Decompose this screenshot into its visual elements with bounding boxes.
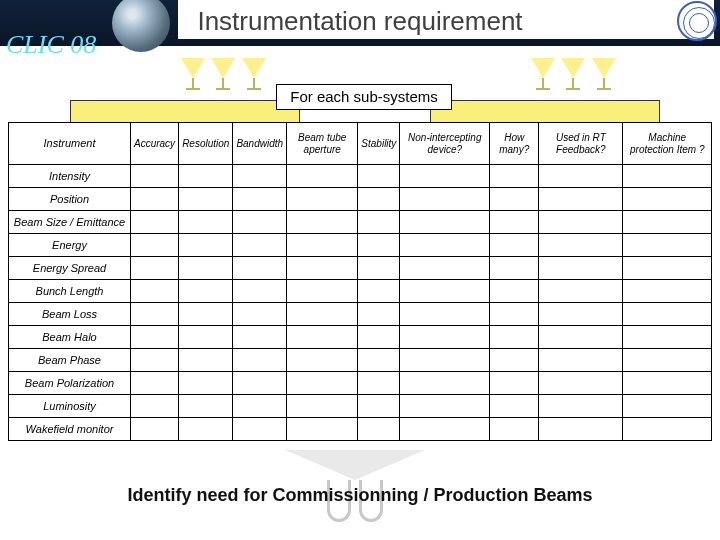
row-label: Intensity xyxy=(9,165,131,188)
table-cell xyxy=(490,188,539,211)
table-cell xyxy=(233,349,287,372)
table-cell xyxy=(358,395,400,418)
table-cell xyxy=(233,234,287,257)
table-cell xyxy=(539,395,623,418)
column-header: Stability xyxy=(358,123,400,165)
column-header: Non-intercepting device? xyxy=(400,123,490,165)
table-cell xyxy=(131,211,179,234)
table-cell xyxy=(623,395,712,418)
table-cell xyxy=(287,372,358,395)
table-cell xyxy=(400,211,490,234)
table-cell xyxy=(287,395,358,418)
row-label: Luminosity xyxy=(9,395,131,418)
table-cell xyxy=(623,280,712,303)
table-cell xyxy=(287,257,358,280)
table-cell xyxy=(623,211,712,234)
table-cell xyxy=(623,165,712,188)
requirements-table: Instrument Accuracy Resolution Bandwidth… xyxy=(8,122,712,441)
table-cell xyxy=(490,165,539,188)
table-cell xyxy=(490,234,539,257)
table-cell xyxy=(490,280,539,303)
sub-header-box: For each sub-systems xyxy=(276,84,452,110)
table-cell xyxy=(623,372,712,395)
table-cell xyxy=(539,211,623,234)
table-cell xyxy=(287,326,358,349)
table-row: Beam Polarization xyxy=(9,372,712,395)
table-cell xyxy=(233,418,287,441)
table-cell xyxy=(358,303,400,326)
table-cell xyxy=(179,257,233,280)
table-cell xyxy=(400,418,490,441)
table-cell xyxy=(233,211,287,234)
table-cell xyxy=(179,418,233,441)
table-cell xyxy=(179,372,233,395)
table-cell xyxy=(490,326,539,349)
table-cell xyxy=(131,280,179,303)
table-cell xyxy=(358,165,400,188)
table-cell xyxy=(490,257,539,280)
table-cell xyxy=(623,303,712,326)
table-cell xyxy=(179,211,233,234)
table-cell xyxy=(539,188,623,211)
table-cell xyxy=(400,395,490,418)
table-cell xyxy=(358,349,400,372)
table-cell xyxy=(131,326,179,349)
table-cell xyxy=(400,372,490,395)
table-cell xyxy=(400,349,490,372)
table-cell xyxy=(131,418,179,441)
table-cell xyxy=(233,372,287,395)
table-row: Beam Loss xyxy=(9,303,712,326)
table-cell xyxy=(233,303,287,326)
table-cell xyxy=(287,303,358,326)
table-cell xyxy=(539,418,623,441)
table-cell xyxy=(287,188,358,211)
table-cell xyxy=(400,188,490,211)
column-header: Beam tube aperture xyxy=(287,123,358,165)
column-header: Instrument xyxy=(9,123,131,165)
row-label: Wakefield monitor xyxy=(9,418,131,441)
table-cell xyxy=(131,395,179,418)
table-cell xyxy=(179,188,233,211)
column-header: Accuracy xyxy=(131,123,179,165)
table-cell xyxy=(400,165,490,188)
table-cell xyxy=(490,349,539,372)
table-cell xyxy=(490,395,539,418)
table-row: Beam Phase xyxy=(9,349,712,372)
table-cell xyxy=(490,211,539,234)
table-cell xyxy=(131,303,179,326)
table-cell xyxy=(623,418,712,441)
column-header: Machine protection Item ? xyxy=(623,123,712,165)
page-title: Instrumentation requirement xyxy=(0,6,720,37)
cocktail-glasses-icon xyxy=(180,58,267,94)
table-cell xyxy=(623,234,712,257)
column-header: How many? xyxy=(490,123,539,165)
table-cell xyxy=(287,165,358,188)
table-cell xyxy=(539,303,623,326)
table-cell xyxy=(400,326,490,349)
row-label: Energy xyxy=(9,234,131,257)
table-cell xyxy=(358,257,400,280)
table-cell xyxy=(287,349,358,372)
table-cell xyxy=(233,395,287,418)
table-cell xyxy=(131,257,179,280)
table-cell xyxy=(490,372,539,395)
table-cell xyxy=(233,165,287,188)
table-cell xyxy=(233,257,287,280)
table-cell xyxy=(623,349,712,372)
table-cell xyxy=(623,326,712,349)
table-cell xyxy=(233,326,287,349)
table-row: Position xyxy=(9,188,712,211)
table-cell xyxy=(490,303,539,326)
table-cell xyxy=(179,234,233,257)
table-row: Beam Size / Emittance xyxy=(9,211,712,234)
table-cell xyxy=(358,188,400,211)
table-cell xyxy=(179,165,233,188)
table-cell xyxy=(287,280,358,303)
table-cell xyxy=(400,280,490,303)
table-cell xyxy=(358,211,400,234)
row-label: Energy Spread xyxy=(9,257,131,280)
table-cell xyxy=(358,280,400,303)
table-row: Beam Halo xyxy=(9,326,712,349)
table-row: Energy Spread xyxy=(9,257,712,280)
table-row: Intensity xyxy=(9,165,712,188)
